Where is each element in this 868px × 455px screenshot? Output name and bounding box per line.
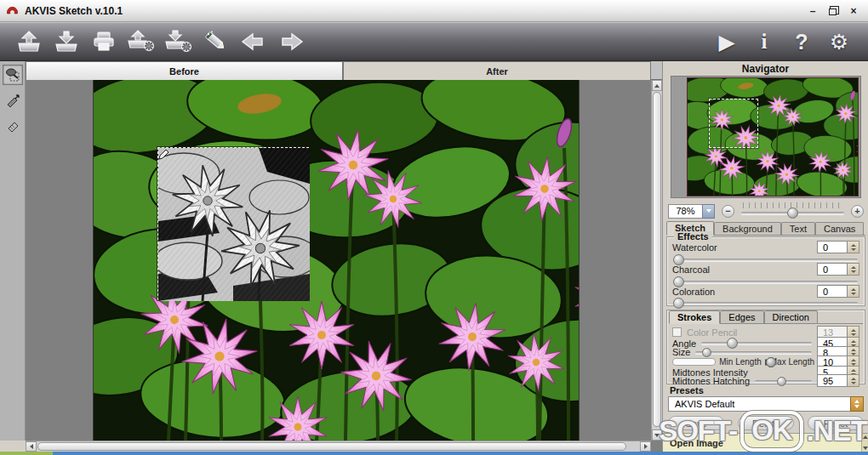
navigator-thumbnail[interactable] bbox=[671, 76, 861, 198]
restore-button[interactable] bbox=[827, 5, 839, 17]
horizontal-scrollbar[interactable] bbox=[26, 441, 651, 452]
max-length-knob[interactable] bbox=[766, 357, 776, 367]
zoom-controls: 78% − + bbox=[668, 202, 864, 219]
tab-after[interactable]: After bbox=[343, 61, 651, 80]
preferences-button[interactable]: ⚙ bbox=[820, 26, 858, 58]
midtones-hatching-label: Midtones Hatching bbox=[672, 376, 750, 386]
strokes-group: Strokes Edges Direction Color Pencil 13 … bbox=[666, 310, 865, 384]
midtones-hatching-spin-buttons[interactable] bbox=[848, 374, 859, 387]
spin-up-icon bbox=[851, 359, 856, 361]
watercolor-row: Watercolor 0 bbox=[672, 241, 859, 253]
stroke-direction-tool-button[interactable] bbox=[3, 90, 23, 111]
length-range-slider[interactable] bbox=[765, 359, 767, 366]
tab-edges[interactable]: Edges bbox=[720, 310, 763, 323]
watermark-left: SOFT- bbox=[659, 415, 737, 447]
spin-down-icon bbox=[851, 248, 856, 251]
tab-text[interactable]: Text bbox=[781, 222, 815, 235]
tab-background[interactable]: Background bbox=[714, 222, 781, 235]
preview-area-tool-button[interactable] bbox=[3, 65, 23, 85]
presets-selected-value[interactable]: AKVIS Default bbox=[668, 396, 850, 412]
charcoal-value[interactable]: 0 bbox=[817, 263, 848, 276]
coloration-label: Coloration bbox=[672, 287, 715, 297]
presets-dropdown[interactable]: AKVIS Default bbox=[668, 396, 864, 412]
watercolor-spinbox[interactable]: 0 bbox=[817, 241, 859, 253]
open-image-button[interactable] bbox=[10, 26, 48, 58]
coloration-value[interactable]: 0 bbox=[817, 285, 848, 298]
coloration-spin-buttons[interactable] bbox=[848, 285, 859, 298]
horizontal-scroll-thumb[interactable] bbox=[37, 442, 626, 451]
title-bar: AKVIS Sketch v.10.1 – × bbox=[0, 0, 868, 22]
watercolor-spin-buttons[interactable] bbox=[848, 241, 859, 253]
pencil-tool-button[interactable] bbox=[197, 26, 235, 58]
minimize-button[interactable]: – bbox=[807, 5, 819, 17]
presets-dropdown-button[interactable] bbox=[850, 396, 864, 412]
presets-title: Presets bbox=[670, 385, 704, 395]
navigator-view-rectangle[interactable] bbox=[709, 99, 758, 148]
coloration-slider-knob[interactable] bbox=[673, 298, 684, 309]
run-button[interactable]: ▶ bbox=[708, 26, 745, 58]
restore-icon bbox=[829, 9, 837, 15]
slider-track bbox=[674, 302, 858, 304]
vertical-scrollbar[interactable] bbox=[651, 80, 662, 441]
coloration-spinbox[interactable]: 0 bbox=[817, 285, 859, 298]
length-pill bbox=[672, 358, 716, 366]
close-button[interactable]: × bbox=[848, 5, 859, 17]
midtones-hatching-knob[interactable] bbox=[777, 377, 786, 386]
tab-direction[interactable]: Direction bbox=[764, 310, 818, 323]
eraser-tool-button[interactable] bbox=[3, 116, 23, 136]
zoom-dropdown-button[interactable] bbox=[702, 204, 715, 219]
scroll-right-button[interactable] bbox=[640, 441, 651, 452]
redo-button[interactable] bbox=[272, 26, 310, 58]
midtones-hatching-row: Midtones Hatching 95 bbox=[672, 376, 859, 385]
spin-down-icon bbox=[854, 405, 859, 408]
charcoal-row: Charcoal 0 bbox=[672, 263, 859, 276]
zoom-value-field[interactable]: 78% bbox=[668, 204, 702, 219]
about-button[interactable]: i bbox=[745, 26, 783, 58]
sketch-preview-region[interactable] bbox=[157, 147, 309, 300]
strokes-tabs: Strokes Edges Direction bbox=[669, 310, 863, 324]
app-window: AKVIS Sketch v.10.1 – × bbox=[0, 0, 868, 455]
pencil-tool-icon bbox=[201, 29, 231, 54]
midtones-hatching-slider[interactable] bbox=[753, 377, 814, 385]
color-pencil-checkbox[interactable] bbox=[672, 327, 682, 337]
tab-before[interactable]: Before bbox=[26, 61, 343, 80]
pencil-cursor-icon bbox=[158, 148, 170, 160]
color-pencil-label: Color Pencil bbox=[687, 327, 737, 338]
spin-down-icon bbox=[851, 270, 856, 273]
coloration-slider[interactable] bbox=[672, 298, 859, 309]
zoom-slider-knob[interactable] bbox=[787, 208, 798, 219]
size-slider[interactable] bbox=[694, 348, 814, 356]
eraser-icon bbox=[5, 118, 20, 134]
help-button[interactable]: ? bbox=[783, 26, 820, 58]
slider-track bbox=[674, 259, 858, 261]
spin-up-icon bbox=[851, 340, 856, 343]
undo-button[interactable] bbox=[235, 26, 272, 58]
canvas-area: Before After bbox=[26, 61, 662, 455]
save-image-button[interactable] bbox=[48, 26, 85, 58]
scroll-up-button[interactable] bbox=[652, 80, 662, 91]
charcoal-spin-buttons[interactable] bbox=[848, 263, 859, 276]
tab-canvas[interactable]: Canvas bbox=[815, 222, 864, 235]
spin-up-icon bbox=[851, 378, 856, 380]
midtones-hatching-value[interactable]: 95 bbox=[817, 374, 848, 387]
spin-up-icon bbox=[851, 369, 856, 372]
watercolor-label: Watercolor bbox=[672, 242, 717, 253]
coloration-row: Coloration 0 bbox=[672, 285, 859, 298]
zoom-out-button[interactable]: − bbox=[722, 205, 734, 218]
zoom-slider[interactable] bbox=[740, 202, 846, 219]
print-button[interactable] bbox=[85, 26, 123, 58]
zoom-in-button[interactable]: + bbox=[851, 205, 864, 218]
charcoal-spinbox[interactable]: 0 bbox=[817, 263, 859, 276]
image-viewport[interactable] bbox=[26, 80, 651, 441]
spin-down-icon bbox=[851, 382, 856, 384]
midtones-hatching-spinbox[interactable]: 95 bbox=[817, 374, 859, 387]
main-toolbar: ▶ i ? ⚙ bbox=[0, 22, 868, 61]
watermark-right: .NET bbox=[807, 415, 867, 447]
import-presets-button[interactable] bbox=[123, 26, 160, 58]
tab-strokes[interactable]: Strokes bbox=[669, 310, 720, 324]
watercolor-value[interactable]: 0 bbox=[817, 241, 848, 253]
vertical-scroll-thumb[interactable] bbox=[653, 92, 661, 427]
export-presets-button[interactable] bbox=[160, 26, 197, 58]
scroll-left-button[interactable] bbox=[26, 441, 37, 452]
gear-icon: ⚙ bbox=[830, 30, 848, 54]
